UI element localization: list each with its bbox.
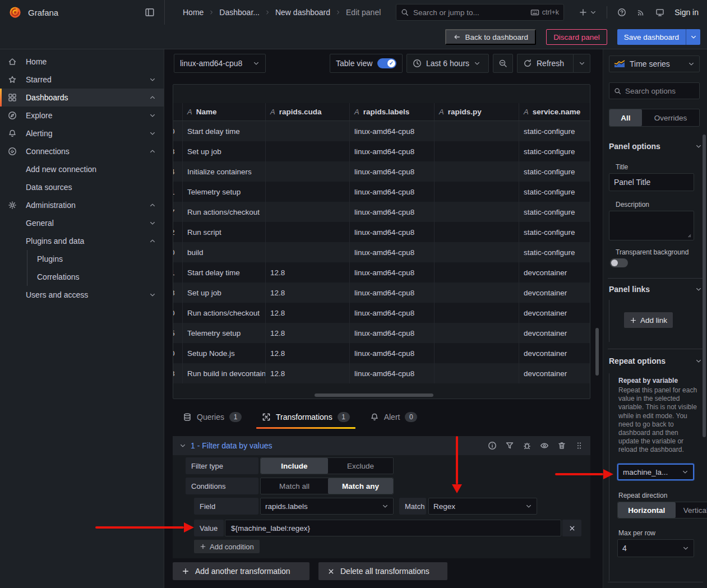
filter-type-include[interactable]: Include <box>261 458 328 474</box>
table-row[interactable]: 8 Set up job 12.8 linux-amd64-cpu8 devco… <box>173 283 590 303</box>
table-row[interactable]: 1 Start delay time 12.8 linux-amd64-cpu8… <box>173 262 590 283</box>
sidebar-item-starred[interactable]: Starred <box>0 71 164 89</box>
conditions-match-any[interactable]: Match any <box>328 478 393 494</box>
new-menu-button[interactable] <box>579 8 597 17</box>
table-row[interactable]: 5 Telemetry setup 12.8 linux-amd64-cpu8 … <box>173 323 590 343</box>
table-header-name[interactable]: AName <box>183 103 266 121</box>
field-select[interactable]: rapids.labels <box>260 498 394 515</box>
table-row[interactable]: 0 Setup Node.js 12.8 linux-amd64-cpu8 de… <box>173 343 590 363</box>
repeat-direction-vertical[interactable]: Vertical <box>676 502 707 518</box>
table-row[interactable]: 3 Run build in devcontainer 12.8 linux-a… <box>173 363 590 383</box>
table-row[interactable]: 3 Set up job linux-amd64-cpu8 static-con… <box>173 141 590 161</box>
sidebar-item-connections[interactable]: Connections <box>0 142 164 160</box>
table-row[interactable]: 0 Start delay time linux-amd64-cpu8 stat… <box>173 121 590 141</box>
description-textarea[interactable] <box>609 211 694 240</box>
brand[interactable]: Grafana <box>9 0 58 25</box>
sidebar-item-general[interactable]: General <box>0 214 164 232</box>
tab-queries[interactable]: Queries 1 <box>183 407 242 427</box>
chevron-down-icon[interactable] <box>149 220 156 226</box>
sign-in-link[interactable]: Sign in <box>674 8 699 17</box>
repeat-options-section-header[interactable]: Repeat options <box>609 356 702 365</box>
table-view-toggle[interactable]: ✓ <box>377 58 396 68</box>
table-row[interactable]: 1 Telemetry setup linux-amd64-cpu8 stati… <box>173 182 590 202</box>
chevron-down-icon[interactable] <box>179 442 186 449</box>
chevron-up-icon[interactable] <box>149 202 156 209</box>
conditions-match-all[interactable]: Match all <box>261 478 328 494</box>
transparent-background-toggle[interactable] <box>610 258 628 267</box>
drag-handle-icon[interactable] <box>575 441 584 450</box>
chevron-up-icon[interactable] <box>149 148 156 155</box>
table-row[interactable]: 4 Initialize containers linux-amd64-cpu8… <box>173 161 590 182</box>
breadcrumb-home[interactable]: Home <box>183 8 204 17</box>
tab-alert[interactable]: Alert 0 <box>370 407 418 427</box>
tab-transformations[interactable]: Transformations 1 <box>262 407 350 427</box>
options-pane-scrollbar[interactable] <box>703 135 706 437</box>
sidebar-item-administration[interactable]: Administration <box>0 196 164 214</box>
panel-title-field[interactable] <box>609 173 694 191</box>
back-to-dashboard-button[interactable]: Back to dashboard <box>445 29 537 45</box>
panel-links-section-header[interactable]: Panel links <box>609 285 702 294</box>
options-search[interactable] <box>609 82 700 99</box>
sidebar-item-dashboards[interactable]: Dashboards <box>0 89 164 107</box>
eye-icon[interactable] <box>540 441 549 450</box>
chevron-down-icon[interactable] <box>149 130 156 137</box>
table-horizontal-scrollbar[interactable] <box>315 393 433 397</box>
transformation-title[interactable]: 1 - Filter data by values <box>191 441 272 450</box>
zoom-out-time-button[interactable] <box>493 54 513 73</box>
main-vertical-scrollbar[interactable] <box>595 328 599 376</box>
monitor-icon[interactable] <box>655 8 664 17</box>
repeat-direction-horizontal[interactable]: Horizontal <box>618 502 676 518</box>
tab-overrides[interactable]: Overrides <box>642 109 699 126</box>
resize-handle-icon[interactable] <box>685 232 692 238</box>
variable-picker[interactable]: linux-amd64-cpu8 <box>174 54 266 73</box>
help-icon[interactable] <box>617 8 626 17</box>
debug-bug-icon[interactable] <box>523 441 532 450</box>
table-row[interactable]: 2 Run script linux-amd64-cpu8 static-con… <box>173 222 590 242</box>
match-select[interactable]: Regex <box>428 498 537 515</box>
table-row[interactable]: 7 Run actions/checkout linux-amd64-cpu8 … <box>173 202 590 222</box>
delete-all-transformations-button[interactable]: Delete all transformations <box>318 562 447 580</box>
discard-panel-button[interactable]: Discard panel <box>546 29 607 45</box>
table-row[interactable]: 0 build linux-amd64-cpu8 static-configur… <box>173 242 590 262</box>
max-per-row-select[interactable]: 4 <box>617 539 694 557</box>
chevron-up-icon[interactable] <box>149 238 156 244</box>
mega-menu-dock-icon[interactable] <box>144 6 156 18</box>
chevron-down-icon[interactable] <box>149 76 156 83</box>
news-rss-icon[interactable] <box>636 8 645 17</box>
table-header-service-name[interactable]: Aservice.name <box>519 103 590 121</box>
save-dashboard-caret[interactable] <box>686 29 700 45</box>
transformation-header[interactable]: 1 - Filter data by values <box>173 436 590 455</box>
sidebar-item-explore[interactable]: Explore <box>0 107 164 124</box>
table-row[interactable]: 0 Run actions/checkout 12.8 linux-amd64-… <box>173 303 590 323</box>
global-search[interactable]: ctrl+k <box>396 4 564 21</box>
sidebar-item-add-new-connection[interactable]: Add new connection <box>0 160 164 178</box>
panel-title-input[interactable] <box>614 178 689 187</box>
save-dashboard-button[interactable]: Save dashboard <box>617 29 686 45</box>
table-header-rapids-py[interactable]: Arapids.py <box>435 103 519 121</box>
panel-options-section-header[interactable]: Panel options <box>609 142 702 151</box>
sidebar-item-alerting[interactable]: Alerting <box>0 124 164 142</box>
repeat-variable-select[interactable]: machine_la... <box>617 464 694 480</box>
sidebar-item-home[interactable]: Home <box>0 53 164 71</box>
refresh-button[interactable]: Refresh <box>517 54 573 73</box>
add-link-button[interactable]: Add link <box>624 312 673 328</box>
sidebar-item-plugins[interactable]: Plugins <box>27 250 164 268</box>
add-another-transformation-button[interactable]: Add another transformation <box>173 562 309 580</box>
trash-icon[interactable] <box>557 441 566 450</box>
remove-condition-button[interactable] <box>562 520 581 536</box>
table-header-rapids-cuda[interactable]: Arapids.cuda <box>266 103 350 121</box>
info-icon[interactable] <box>488 441 497 450</box>
chevron-down-icon[interactable] <box>149 112 156 119</box>
sidebar-item-data-sources[interactable]: Data sources <box>0 178 164 196</box>
sidebar-item-plugins-and-data[interactable]: Plugins and data <box>0 232 164 250</box>
options-search-input[interactable] <box>625 87 695 95</box>
value-input[interactable] <box>225 520 561 536</box>
chevron-down-icon[interactable] <box>149 291 156 298</box>
table-header-rapids-labels[interactable]: Arapids.labels <box>350 103 435 121</box>
chevron-up-icon[interactable] <box>149 94 156 101</box>
tab-all[interactable]: All <box>609 109 642 126</box>
filter-type-exclude[interactable]: Exclude <box>328 458 393 474</box>
breadcrumb-new-dashboard[interactable]: New dashboard <box>275 8 330 17</box>
visualization-picker[interactable]: Time series <box>609 55 700 72</box>
sidebar-item-correlations[interactable]: Correlations <box>27 268 164 286</box>
